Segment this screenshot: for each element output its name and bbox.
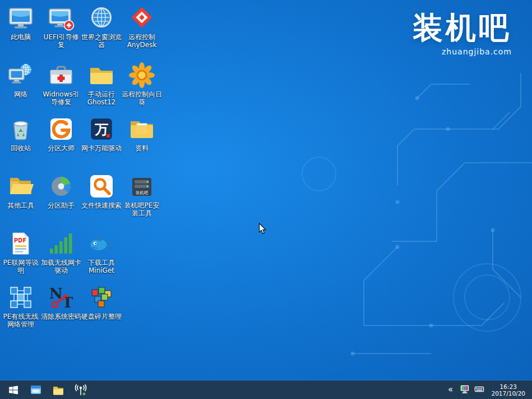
wifi-icon (73, 384, 88, 396)
desktop-icon-label: 装机吧PE安装工具 (121, 201, 163, 217)
desktop-icon-anydesk-remote[interactable]: 远程控制AnyDesk (121, 4, 163, 49)
desktop-icon-label: 远程控制向日葵 (121, 90, 163, 106)
start-button[interactable] (2, 380, 25, 399)
desktop-icon-other-tools[interactable]: 其他工具 (0, 173, 41, 209)
desktop-icon-label: 分区大师 (40, 144, 82, 152)
desktop-icon-world-window-browser[interactable]: 世界之窗浏览器 (81, 4, 122, 49)
desktop-icon-this-pc[interactable]: 此电脑 (0, 4, 41, 41)
desktop-icon-label: PE联网等说明 (0, 259, 41, 274)
keyboard-icon (474, 384, 484, 396)
desktop-icon-partition-assistant[interactable]: 分区助手 (40, 173, 82, 209)
other-tools-icon (7, 173, 34, 200)
tray-icons (457, 380, 487, 399)
desktop-icon-label: 硬盘碎片整理 (81, 313, 122, 320)
desktop-icon-label: 世界之窗浏览器 (81, 33, 122, 49)
desktop-icon-label: 下载工具MiniGet (81, 259, 122, 274)
pe-install-tool-icon: 装机吧 (128, 173, 155, 200)
desktop-icon-sunflower-remote[interactable]: 远程控制向日葵 (121, 62, 163, 106)
file-quick-search-icon (88, 173, 115, 200)
clear-system-password-icon: NT (48, 284, 75, 311)
appwin-icon (30, 384, 42, 396)
clock-date: 2017/10/20 (491, 390, 525, 397)
desktop-icon-run-ghost12[interactable]: 手动运行Ghost12 (81, 62, 122, 106)
desktop-icon-data-folder[interactable]: 资料 (121, 116, 163, 152)
brand-logo-subtitle: zhuangjiba.com (413, 47, 512, 56)
desktop-icon-file-quick-search[interactable]: 文件快速搜索 (81, 173, 122, 209)
folderSmall-icon (52, 384, 64, 396)
desktop-icon-recycle-bin[interactable]: 回收站 (0, 116, 41, 152)
desktop-icon-label: UEFI引导修复 (40, 33, 82, 49)
partition-assistant-icon (48, 173, 75, 200)
this-pc-icon (7, 4, 34, 31)
desktop-icon-partition-master[interactable]: 分区大师 (40, 116, 82, 152)
taskbar-file-explorer-button[interactable] (47, 380, 70, 399)
clock-time: 16:23 (491, 383, 525, 390)
desktop-icon-nic-universal-driver[interactable]: 万网卡万能驱动 (81, 116, 122, 152)
desktop-icon-windows-boot-repair[interactable]: Widnows引导修复 (40, 62, 82, 106)
brand-logo: 装机吧 zhuangjiba.com (413, 12, 512, 56)
desktop-icon-pe-install-tool[interactable]: 装机吧装机吧PE安装工具 (121, 173, 163, 217)
desktop-icon-label: 此电脑 (0, 33, 41, 41)
desktop-icon-label: PE有线无线网络管理 (0, 313, 41, 328)
pe-network-doc-icon: PDF (7, 230, 34, 257)
circuit-pattern-decoration (252, 62, 532, 376)
svg-text:装机吧: 装机吧 (136, 190, 149, 195)
sunflower-remote-icon (128, 62, 155, 89)
tray-display-button[interactable] (457, 380, 472, 399)
desktop-icon-label: 手动运行Ghost12 (81, 90, 122, 106)
desktop-icon-label: 其他工具 (0, 201, 41, 209)
desktop-icon-disk-defrag[interactable]: 硬盘碎片整理 (81, 284, 122, 320)
taskbar-app-window-button[interactable] (25, 380, 47, 399)
desktop-icon-uefi-boot-repair[interactable]: UEFI引导修复 (40, 4, 82, 49)
mouse-cursor (258, 223, 267, 235)
taskbar-clock[interactable]: 16:23 2017/10/20 (489, 383, 528, 397)
desktop-icon-label: 回收站 (0, 144, 41, 152)
desktop-icon-label: 文件快速搜索 (81, 201, 122, 209)
data-folder-icon (128, 116, 155, 143)
desktop: 装机吧 zhuangjiba.com 此电脑UEFI引导修复世界之窗浏览器远程控… (0, 0, 532, 399)
taskbar-app-icons (0, 380, 92, 399)
partition-master-icon (48, 116, 75, 143)
taskbar-wireless-button[interactable] (70, 380, 92, 399)
anydesk-remote-icon (128, 4, 155, 31)
desktop-icon-label: 远程控制AnyDesk (121, 33, 163, 49)
taskbar: « 16:23 2017/10/20 (0, 380, 532, 399)
desktop-icon-label: 加载无线网卡驱动 (40, 259, 82, 274)
pe-network-manager-icon (7, 284, 34, 311)
tray-expand-chevron-icon[interactable]: « (445, 380, 455, 399)
desktop-icon-label: 网卡万能驱动 (81, 144, 122, 152)
desktop-icon-clear-system-password[interactable]: NT清除系统密码 (40, 284, 82, 320)
display-icon (460, 384, 470, 396)
desktop-icon-network[interactable]: 网络 (0, 62, 41, 98)
windows-boot-repair-icon (48, 62, 75, 89)
desktop-icon-label: 分区助手 (40, 201, 82, 209)
desktop-icon-pe-network-manager[interactable]: PE有线无线网络管理 (0, 284, 41, 328)
network-icon (7, 62, 34, 89)
desktop-icon-label: 网络 (0, 90, 41, 98)
tray-keyboard-button[interactable] (472, 380, 487, 399)
desktop-icon-label: 资料 (121, 144, 163, 152)
svg-text:万: 万 (94, 122, 108, 137)
desktop-icon-label: Widnows引导修复 (40, 90, 82, 106)
recycle-bin-icon (7, 116, 34, 143)
desktop-icon-label: 清除系统密码 (40, 313, 82, 320)
system-tray: « 16:23 2017/10/20 (445, 380, 532, 399)
uefi-boot-repair-icon (48, 4, 75, 31)
disk-defrag-icon (88, 284, 115, 311)
run-ghost12-icon (88, 62, 115, 89)
start-icon (8, 384, 19, 396)
miniget-downloader-icon (88, 230, 115, 257)
world-window-browser-icon (88, 4, 115, 31)
desktop-icon-pe-network-doc[interactable]: PDFPE联网等说明 (0, 230, 41, 274)
desktop-icon-miniget-downloader[interactable]: 下载工具MiniGet (81, 230, 122, 274)
svg-text:PDF: PDF (14, 237, 26, 244)
nic-universal-driver-icon: 万 (88, 116, 115, 143)
brand-logo-title: 装机吧 (413, 12, 512, 44)
wireless-driver-loader-icon (48, 230, 75, 257)
desktop-icon-wireless-driver-loader[interactable]: 加载无线网卡驱动 (40, 230, 82, 274)
